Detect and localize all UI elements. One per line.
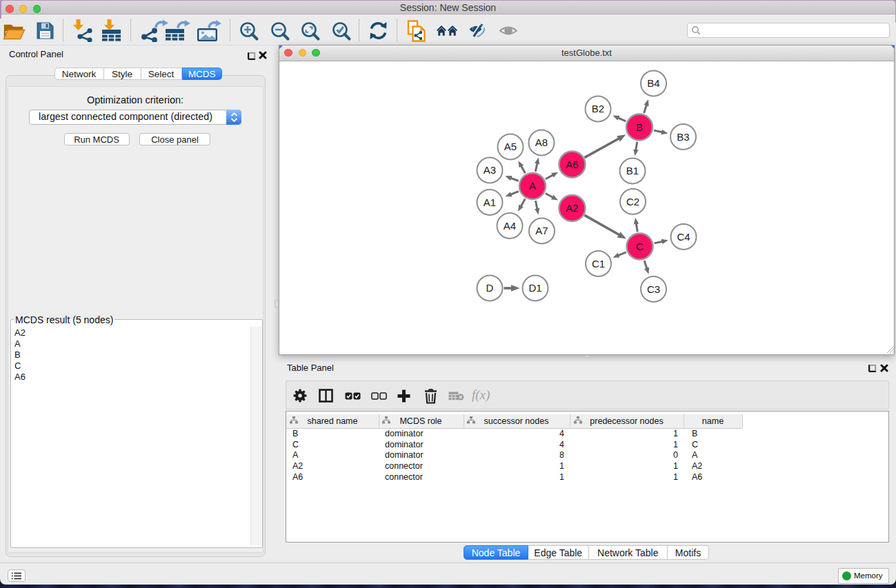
svg-text:A: A — [529, 180, 536, 192]
svg-text:A8: A8 — [535, 136, 548, 148]
svg-text:B3: B3 — [677, 131, 689, 143]
svg-text:D1: D1 — [528, 282, 541, 294]
svg-text:A3: A3 — [484, 164, 496, 176]
svg-text:C1: C1 — [592, 258, 605, 270]
svg-text:A7: A7 — [535, 225, 548, 236]
svg-text:C2: C2 — [626, 196, 639, 207]
svg-text:B4: B4 — [647, 77, 659, 89]
svg-text:A4: A4 — [504, 220, 516, 232]
svg-text:A1: A1 — [484, 196, 496, 208]
svg-text:C4: C4 — [677, 231, 690, 243]
svg-text:A2: A2 — [566, 202, 578, 214]
svg-text:B2: B2 — [592, 103, 604, 114]
svg-text:D: D — [486, 282, 494, 294]
svg-text:A5: A5 — [504, 141, 517, 152]
svg-text:B1: B1 — [626, 165, 639, 176]
svg-text:B: B — [636, 121, 643, 133]
svg-text:A6: A6 — [566, 159, 578, 170]
svg-text:C: C — [636, 241, 644, 252]
svg-text:C3: C3 — [647, 283, 660, 295]
